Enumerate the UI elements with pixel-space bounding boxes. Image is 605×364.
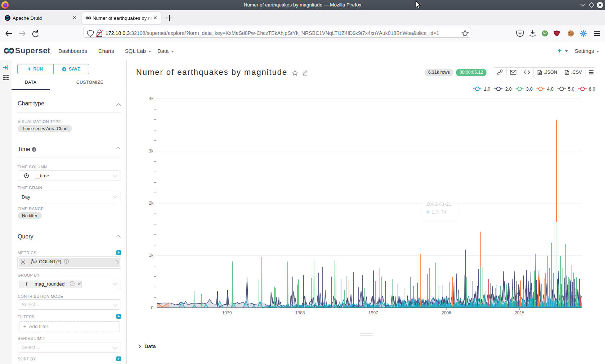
- svg-text:3k: 3k: [149, 149, 154, 154]
- svg-text:1988: 1988: [295, 310, 305, 315]
- svg-text:1979: 1979: [222, 310, 232, 315]
- svg-text:1997: 1997: [368, 310, 378, 315]
- svg-text:0: 0: [151, 305, 153, 310]
- svg-text:2015: 2015: [515, 310, 524, 315]
- svg-text:4k: 4k: [149, 96, 154, 101]
- svg-text:1k: 1k: [149, 253, 154, 258]
- svg-text:2006: 2006: [442, 310, 451, 315]
- svg-text:2k: 2k: [149, 201, 154, 206]
